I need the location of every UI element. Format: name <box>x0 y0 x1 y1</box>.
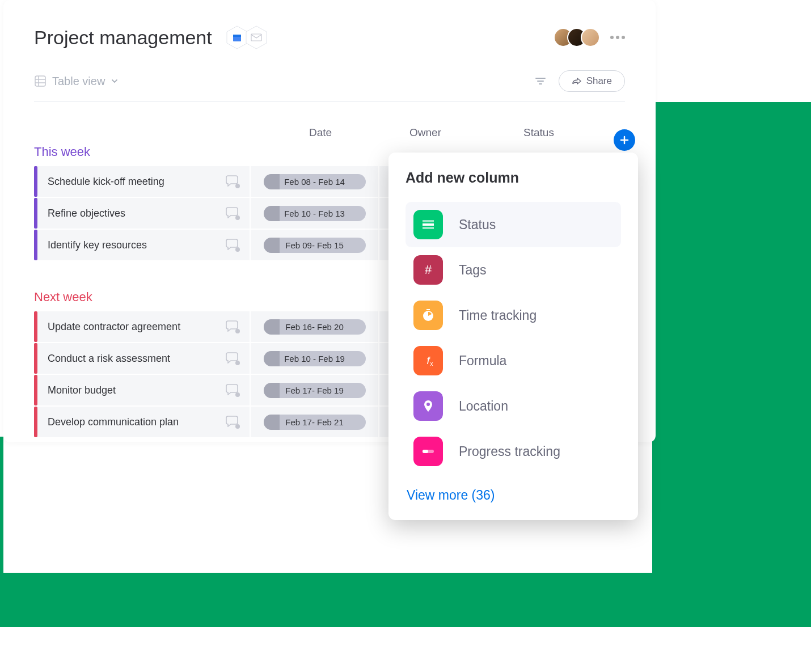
add-column-popup: Add new column Status # Tags Time tracki… <box>388 153 638 520</box>
task-name[interactable]: Monitor budget <box>48 384 116 396</box>
view-more-link[interactable]: View more (36) <box>406 488 621 503</box>
column-option-status[interactable]: Status <box>406 202 621 247</box>
view-label: Table view <box>52 75 105 88</box>
column-option-label: Time tracking <box>459 308 537 323</box>
date-pill[interactable]: Feb 16- Feb 20 <box>264 319 366 335</box>
filter-icon[interactable] <box>535 77 546 86</box>
chat-icon[interactable] <box>226 319 239 334</box>
svg-rect-4 <box>251 34 261 41</box>
svg-rect-15 <box>423 223 434 226</box>
fx-icon: fx <box>413 346 443 375</box>
chat-icon[interactable] <box>226 415 239 429</box>
chevron-down-icon <box>111 77 119 85</box>
plus-icon <box>619 135 630 145</box>
task-name[interactable]: Conduct a risk assessment <box>48 353 170 365</box>
chat-icon[interactable] <box>226 174 239 189</box>
chat-icon[interactable] <box>226 238 239 252</box>
date-pill[interactable]: Feb 10 - Feb 19 <box>264 351 366 366</box>
add-column-button[interactable] <box>614 129 635 151</box>
share-icon <box>572 77 582 85</box>
column-option-label: Tags <box>459 263 487 278</box>
email-integration-icon[interactable] <box>245 25 268 50</box>
svg-rect-19 <box>426 309 430 310</box>
more-menu-icon[interactable] <box>610 36 625 39</box>
date-pill[interactable]: Feb 09- Feb 15 <box>264 238 366 253</box>
column-option-label: Location <box>459 399 508 414</box>
page-title: Project management <box>34 27 212 49</box>
svg-rect-5 <box>35 76 45 86</box>
task-name[interactable]: Refine objectives <box>48 208 125 219</box>
column-header-date[interactable]: Date <box>272 126 369 139</box>
date-pill[interactable]: Feb 10 - Feb 13 <box>264 206 366 221</box>
task-name[interactable]: Schedule kick-off meeting <box>48 176 164 188</box>
task-name[interactable]: Identify key resources <box>48 239 147 251</box>
column-header-owner[interactable]: Owner <box>369 126 482 139</box>
column-option-pin[interactable]: Location <box>406 383 621 429</box>
chat-icon[interactable] <box>226 206 239 221</box>
date-pill[interactable]: Feb 08 - Feb 14 <box>264 174 366 189</box>
avatar[interactable] <box>581 28 600 47</box>
column-option-progress[interactable]: Progress tracking <box>406 429 621 474</box>
chat-icon[interactable] <box>226 351 239 366</box>
pin-icon <box>413 391 443 421</box>
column-option-hash[interactable]: # Tags <box>406 247 621 293</box>
column-option-timer[interactable]: Time tracking <box>406 293 621 338</box>
date-pill[interactable]: Feb 17- Feb 21 <box>264 415 366 430</box>
svg-point-22 <box>426 403 430 406</box>
column-option-label: Status <box>459 217 496 233</box>
svg-rect-2 <box>233 35 241 37</box>
task-name[interactable]: Develop communication plan <box>48 416 179 428</box>
date-pill[interactable]: Feb 17- Feb 19 <box>264 383 366 398</box>
timer-icon <box>413 301 443 330</box>
progress-icon <box>413 437 443 466</box>
share-button[interactable]: Share <box>559 70 625 92</box>
svg-text:x: x <box>430 361 433 367</box>
svg-rect-16 <box>423 227 434 229</box>
task-name[interactable]: Update contractor agreement <box>48 321 180 333</box>
status-icon <box>413 210 443 239</box>
board-members[interactable] <box>554 28 600 47</box>
chat-icon[interactable] <box>226 383 239 398</box>
svg-rect-14 <box>423 220 434 222</box>
table-icon <box>34 75 47 87</box>
popup-title: Add new column <box>406 170 621 186</box>
board-integrations[interactable] <box>229 25 268 50</box>
column-option-fx[interactable]: fx Formula <box>406 338 621 383</box>
svg-rect-24 <box>423 450 428 453</box>
svg-text:#: # <box>425 263 432 277</box>
view-selector[interactable]: Table view <box>34 75 119 88</box>
column-header-status[interactable]: Status <box>482 126 595 139</box>
column-option-label: Formula <box>459 353 506 369</box>
hash-icon: # <box>413 255 443 285</box>
column-option-label: Progress tracking <box>459 444 560 459</box>
